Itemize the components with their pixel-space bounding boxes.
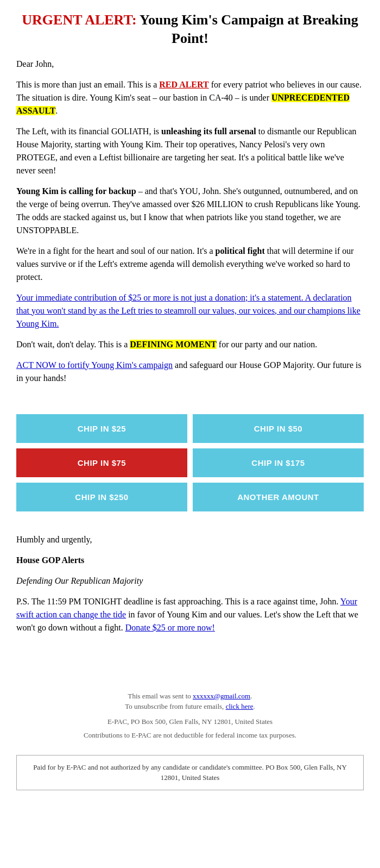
paragraph-2: The Left, with its financial GOLIATH, is… — [16, 125, 364, 177]
footer: This email was sent to xxxxxx@gmail.com.… — [0, 685, 380, 746]
donation-buttons-grid: CHIP IN $25 CHIP IN $50 CHIP IN $75 CHIP… — [16, 414, 364, 511]
chip-250-button[interactable]: CHIP IN $250 — [16, 483, 187, 511]
unsubscribe-link[interactable]: click here — [226, 702, 254, 710]
sender-name: House GOP Alerts — [16, 554, 364, 567]
title-rest: Young Kim's Campaign at Breaking Point! — [137, 12, 358, 46]
closing-section: Humbly and urgently, House GOP Alerts De… — [0, 522, 380, 653]
red-alert-text: RED ALERT — [159, 80, 208, 89]
defining-moment-text: DEFINING MOMENT — [130, 340, 217, 349]
backup-bold: Young Kim is calling for backup — [16, 186, 136, 196]
main-content: URGENT ALERT: Young Kim's Campaign at Br… — [0, 0, 380, 403]
paragraph-6: Don't wait, don't delay. This is a DEFIN… — [16, 338, 364, 351]
chip-25-button[interactable]: CHIP IN $25 — [16, 414, 187, 443]
contribution-link[interactable]: Your immediate contribution of $25 or mo… — [16, 293, 360, 328]
footer-sent-to: This email was sent to xxxxxx@gmail.com.… — [16, 691, 364, 712]
another-amount-button[interactable]: ANOTHER AMOUNT — [193, 483, 364, 511]
donate-now-link[interactable]: Donate $25 or more now! — [125, 623, 215, 632]
ps-paragraph: P.S. The 11:59 PM TONIGHT deadline is fa… — [16, 595, 364, 634]
political-fight-bold: political fight — [216, 246, 265, 255]
paragraph-4: We're in a fight for the heart and soul … — [16, 245, 364, 284]
page-title: URGENT ALERT: Young Kim's Campaign at Br… — [16, 11, 364, 48]
footer-tax: Contributions to E-PAC are not deductibl… — [16, 730, 364, 741]
urgent-label: URGENT ALERT: — [22, 12, 136, 28]
sender-name-bold: House GOP Alerts — [16, 555, 84, 565]
chip-50-button[interactable]: CHIP IN $50 — [193, 414, 364, 443]
paragraph-3: Young Kim is calling for backup – and th… — [16, 185, 364, 237]
closing-text: Humbly and urgently, — [16, 533, 364, 546]
greeting: Dear John, — [16, 58, 364, 71]
chip-75-button[interactable]: CHIP IN $75 — [16, 448, 187, 477]
paragraph-7: ACT NOW to fortify Young Kim's campaign … — [16, 359, 364, 385]
chip-175-button[interactable]: CHIP IN $175 — [193, 448, 364, 477]
footer-email[interactable]: xxxxxx@gmail.com — [193, 692, 250, 700]
footer-address: E-PAC, PO Box 500, Glen Falls, NY 12801,… — [16, 716, 364, 727]
sender-subtitle: Defending Our Republican Majority — [16, 574, 364, 588]
act-now-link[interactable]: ACT NOW to fortify Young Kim's campaign — [16, 360, 173, 370]
paragraph-1: This is more than just an email. This is… — [16, 78, 364, 117]
paragraph-5: Your immediate contribution of $25 or mo… — [16, 291, 364, 330]
footer-paid-for: Paid for by E-PAC and not authorized by … — [16, 755, 364, 790]
